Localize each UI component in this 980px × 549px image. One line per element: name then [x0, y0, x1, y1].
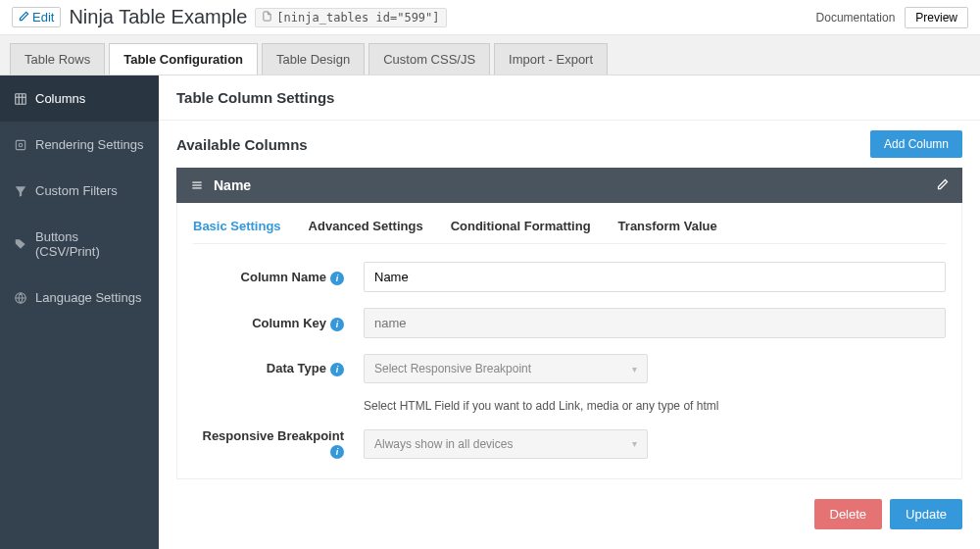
info-icon[interactable]: i [330, 445, 344, 459]
column-header-label: Name [214, 177, 251, 193]
tab-table-configuration[interactable]: Table Configuration [109, 43, 258, 75]
data-type-select[interactable]: Select Responsive Breakpoint ▾ [364, 354, 648, 383]
sidebar: Columns Rendering Settings Custom Filter… [0, 75, 159, 549]
lang-icon [14, 291, 27, 305]
shortcode-display[interactable]: [ninja_tables id="599"] [255, 8, 446, 27]
sidebar-item-label: Rendering Settings [35, 137, 144, 152]
svg-point-5 [19, 143, 23, 147]
data-type-hint: Select HTML Field if you want to add Lin… [364, 399, 946, 413]
filter-icon [14, 184, 27, 198]
preview-button[interactable]: Preview [905, 7, 968, 28]
available-columns-title: Available Columns [176, 136, 308, 153]
info-icon[interactable]: i [330, 318, 344, 331]
document-icon [262, 11, 272, 25]
svg-rect-4 [16, 140, 24, 149]
tab-import-export[interactable]: Import - Export [494, 43, 608, 75]
data-type-selected: Select Responsive Breakpoint [374, 362, 531, 375]
column-name-label: Column Namei [193, 270, 350, 285]
responsive-breakpoint-select[interactable]: Always show in all devices ▾ [364, 429, 648, 459]
sidebar-item-label: Custom Filters [35, 183, 118, 198]
inner-tab-conditional[interactable]: Conditional Formatting [451, 219, 591, 233]
sidebar-item-columns[interactable]: Columns [0, 75, 159, 122]
chevron-down-icon: ▾ [632, 438, 637, 449]
tag-icon [14, 237, 27, 251]
column-name-input[interactable] [364, 262, 946, 292]
inner-tabs: Basic Settings Advanced Settings Conditi… [193, 219, 946, 244]
edit-label: Edit [32, 10, 54, 25]
column-body: Basic Settings Advanced Settings Conditi… [176, 203, 962, 479]
button-row: Delete Update [176, 499, 962, 529]
info-icon[interactable]: i [330, 363, 344, 376]
main-tabs: Table Rows Table Configuration Table Des… [0, 35, 980, 75]
edit-column-icon[interactable] [937, 177, 949, 193]
data-type-label: Data Typei [193, 361, 350, 376]
column-header-name[interactable]: Name [176, 168, 962, 203]
page-title: Ninja Table Example [69, 6, 247, 28]
grid-icon [14, 92, 27, 106]
tab-table-rows[interactable]: Table Rows [10, 43, 105, 75]
svg-rect-0 [16, 93, 26, 104]
divider [159, 120, 980, 121]
chevron-down-icon: ▾ [632, 364, 637, 374]
sidebar-item-buttons[interactable]: Buttons (CSV/Print) [0, 214, 159, 274]
svg-marker-6 [16, 186, 26, 197]
inner-tab-advanced[interactable]: Advanced Settings [309, 219, 423, 233]
drag-handle-icon[interactable] [190, 178, 204, 192]
pencil-icon [19, 10, 29, 25]
topbar: Edit Ninja Table Example [ninja_tables i… [0, 0, 980, 35]
sidebar-item-label: Language Settings [35, 290, 141, 305]
main-content: Table Column Settings Available Columns … [159, 75, 980, 549]
sidebar-item-rendering[interactable]: Rendering Settings [0, 122, 159, 168]
responsive-breakpoint-selected: Always show in all devices [374, 437, 513, 451]
info-icon[interactable]: i [330, 272, 344, 285]
add-column-button[interactable]: Add Column [870, 130, 962, 158]
tab-custom-css-js[interactable]: Custom CSS/JS [368, 43, 490, 75]
update-button[interactable]: Update [890, 499, 962, 529]
inner-tab-transform[interactable]: Transform Value [618, 219, 717, 233]
documentation-link[interactable]: Documentation [816, 11, 896, 25]
sidebar-item-label: Buttons (CSV/Print) [35, 229, 145, 259]
responsive-breakpoint-label: Responsive Breakpointi [193, 428, 350, 459]
tab-table-design[interactable]: Table Design [262, 43, 365, 75]
shortcode-text: [ninja_tables id="599"] [276, 11, 439, 25]
delete-button[interactable]: Delete [814, 499, 883, 529]
sidebar-item-language[interactable]: Language Settings [0, 274, 159, 321]
edit-link[interactable]: Edit [12, 7, 61, 27]
section-title: Table Column Settings [176, 89, 962, 106]
column-key-input [364, 308, 946, 338]
sidebar-item-filters[interactable]: Custom Filters [0, 168, 159, 214]
column-key-label: Column Keyi [193, 316, 350, 331]
inner-tab-basic[interactable]: Basic Settings [193, 219, 281, 233]
sidebar-item-label: Columns [35, 91, 85, 106]
cog-icon [14, 138, 27, 152]
